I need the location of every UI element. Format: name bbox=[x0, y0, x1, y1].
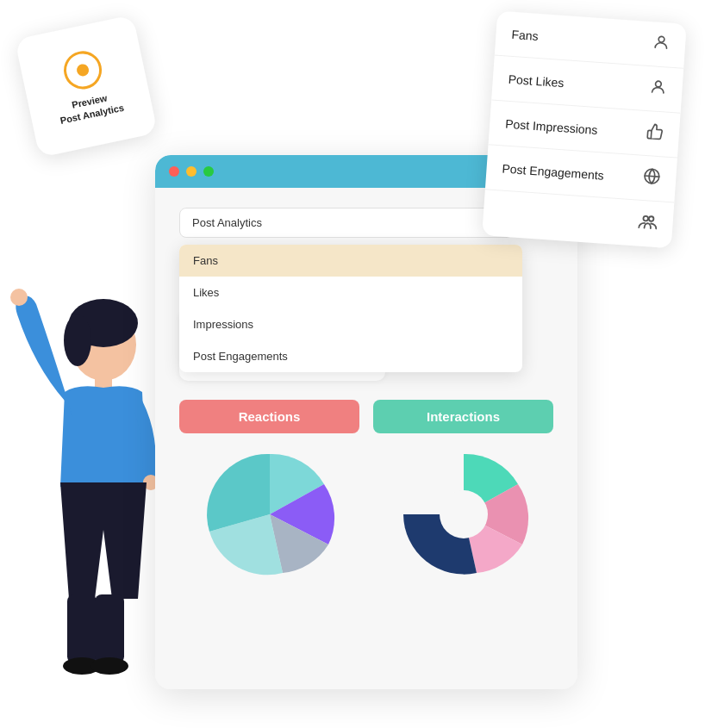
svg-point-4 bbox=[643, 216, 648, 221]
svg-point-17 bbox=[440, 490, 488, 538]
svg-point-15 bbox=[90, 657, 128, 675]
dc-label-post-likes: Post Likes bbox=[508, 72, 565, 89]
post-likes-icon bbox=[649, 78, 668, 100]
svg-rect-12 bbox=[67, 594, 97, 663]
interactions-pie-chart bbox=[395, 445, 533, 583]
preview-card: Preview Post Analytics bbox=[15, 15, 158, 158]
browser-content: Post Analytics ▼ Fans Likes Impressions … bbox=[155, 188, 577, 689]
dc-label-fans: Fans bbox=[511, 27, 539, 42]
dropdown-item-impressions[interactable]: Impressions bbox=[179, 308, 522, 340]
eye-icon bbox=[60, 47, 105, 92]
dropdown-preview-card: Fans Post Likes Post Impressions Post En… bbox=[482, 11, 687, 249]
reactions-pie-chart bbox=[201, 445, 339, 583]
svg-point-0 bbox=[658, 36, 664, 42]
dc-label-post-engagements: Post Engagements bbox=[502, 161, 604, 182]
eye-inner bbox=[76, 63, 90, 78]
group-icon bbox=[638, 212, 658, 236]
globe-icon bbox=[642, 167, 661, 190]
svg-point-1 bbox=[655, 81, 661, 87]
charts-row: Reactions bbox=[179, 400, 553, 583]
dropdown-item-fans[interactable]: Fans bbox=[179, 245, 522, 277]
reactions-button[interactable]: Reactions bbox=[179, 400, 359, 433]
dropdown-menu: Fans Likes Impressions Post Engagements bbox=[179, 245, 522, 372]
interactions-column: Interactions bbox=[373, 400, 553, 583]
reactions-column: Reactions bbox=[179, 400, 359, 583]
preview-card-label: Preview Post Analytics bbox=[56, 89, 125, 128]
traffic-light-yellow[interactable] bbox=[186, 166, 197, 177]
dropdown-item-likes[interactable]: Likes bbox=[179, 277, 522, 308]
svg-point-5 bbox=[649, 216, 654, 221]
svg-line-3 bbox=[645, 176, 659, 177]
svg-point-8 bbox=[64, 314, 91, 366]
selector-label: Post Analytics bbox=[192, 216, 262, 229]
traffic-light-green[interactable] bbox=[203, 166, 214, 177]
svg-point-10 bbox=[10, 289, 28, 306]
analytics-selector[interactable]: Post Analytics bbox=[179, 208, 514, 238]
traffic-light-red[interactable] bbox=[169, 166, 179, 177]
dc-label-post-impressions: Post Impressions bbox=[505, 116, 598, 136]
thumbs-up-icon bbox=[646, 122, 664, 145]
interactions-button[interactable]: Interactions bbox=[373, 400, 553, 433]
dropdown-item-post-engagements[interactable]: Post Engagements bbox=[179, 340, 522, 372]
fans-icon bbox=[652, 33, 671, 55]
svg-rect-13 bbox=[95, 594, 124, 663]
